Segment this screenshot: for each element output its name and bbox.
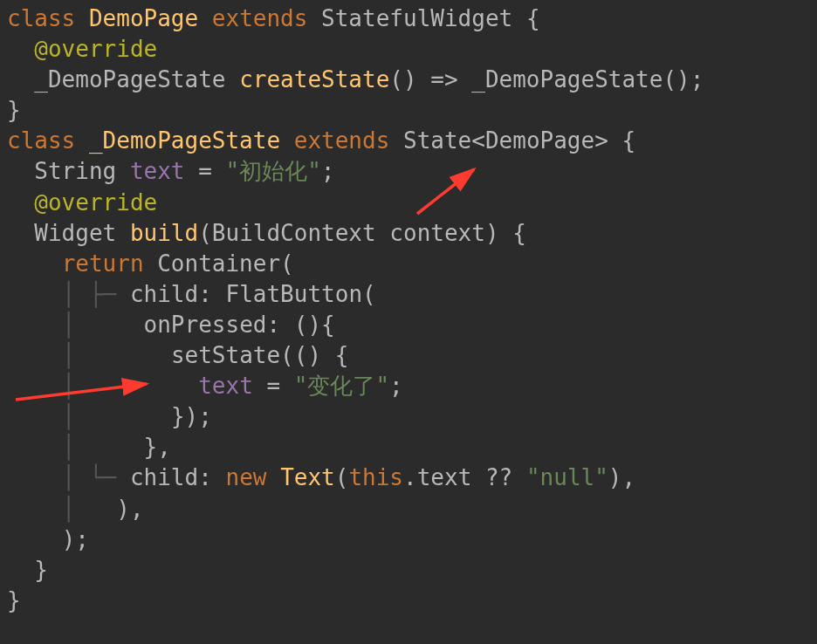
ctor-flatbutton: FlatButton (226, 281, 363, 307)
lambda-open: : (){ (266, 312, 334, 338)
close: }); (171, 403, 212, 429)
keyword-this: this (348, 464, 403, 490)
call-setstate: setState (171, 342, 280, 368)
tree-branch-end-icon: └─ (89, 464, 116, 490)
equals: = (185, 158, 226, 184)
annotation-override: @override (34, 36, 157, 62)
tree-branch-icon: ├─ (89, 281, 116, 307)
tree-guide-icon: │ (62, 434, 117, 460)
keyword-extends: extends (294, 127, 390, 154)
ctor-container: Container (157, 250, 280, 277)
angle-open: < (471, 127, 485, 154)
code-editor[interactable]: class DemoPage extends StatefulWidget { … (0, 0, 817, 620)
ctor-text: Text (280, 464, 335, 490)
type-string: String (34, 158, 116, 184)
paren-open: ( (362, 281, 376, 307)
expr: .text ?? (403, 464, 526, 490)
return-type: _DemoPageState (34, 66, 225, 92)
method-createstate: createState (239, 66, 389, 92)
brace-open: { (621, 127, 635, 154)
ctor-call: _DemoPageState (471, 66, 663, 92)
colon: : (198, 464, 225, 490)
string-literal: "null" (526, 464, 608, 490)
annotation-override: @override (34, 189, 157, 216)
type-state: State (403, 127, 471, 154)
lambda: () => (389, 66, 457, 92)
tree-guide-icon: │ (62, 281, 89, 307)
close: ); (62, 526, 89, 552)
keyword-class: class (7, 127, 75, 154)
semi: ; (389, 373, 403, 399)
return-type-widget: Widget (34, 220, 116, 246)
param-name: context (376, 220, 485, 246)
class-name-demopage: DemoPage (89, 5, 198, 31)
paren-close: ), (608, 464, 635, 490)
paren-open: ( (280, 250, 294, 277)
paren: ( (198, 220, 212, 246)
type-statefulwidget: StatefulWidget (321, 5, 512, 31)
class-name-state: _DemoPageState (89, 127, 280, 154)
string-literal: "初始化" (225, 158, 320, 184)
keyword-return: return (62, 250, 144, 277)
field-text: text (198, 373, 253, 399)
angle-close: > (594, 127, 608, 154)
brace-close: } (34, 557, 48, 583)
paren-brace: ) { (485, 220, 526, 246)
tree-guide-icon: │ (62, 342, 117, 368)
type-param: DemoPage (485, 127, 594, 154)
paren-lambda: (() { (280, 342, 348, 368)
colon: : (198, 281, 225, 307)
field-text: text (130, 158, 185, 184)
arg-onpressed: onPressed (144, 312, 267, 338)
keyword-new: new (226, 464, 267, 490)
param-type: BuildContext (212, 220, 376, 246)
arg-child: child (130, 281, 198, 307)
method-build: build (130, 220, 198, 246)
equals: = (253, 373, 294, 399)
tree-guide-icon: │ (62, 464, 89, 490)
tree-guide-icon: │ (62, 373, 117, 399)
paren-open: ( (335, 464, 349, 490)
brace-close: } (7, 97, 21, 123)
keyword-extends: extends (212, 5, 308, 31)
semi: ; (321, 158, 335, 184)
keyword-class: class (7, 5, 75, 31)
semi: (); (663, 66, 704, 92)
string-literal: "变化了" (294, 373, 389, 399)
brace-close: } (7, 587, 21, 613)
tree-guide-icon: │ (62, 496, 89, 522)
tree-guide-icon: │ (62, 403, 117, 429)
arg-child: child (130, 464, 198, 490)
tree-guide-icon: │ (62, 312, 117, 338)
close: ), (116, 496, 143, 522)
brace-open: { (526, 5, 540, 31)
close: }, (144, 434, 171, 460)
